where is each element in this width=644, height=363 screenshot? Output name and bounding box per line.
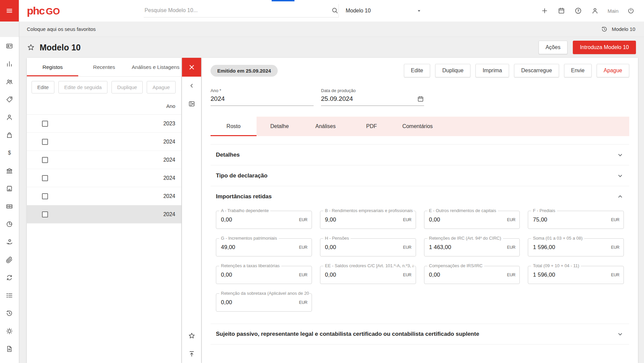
sidebar-item-store[interactable]	[0, 179, 19, 197]
tab-rosto[interactable]: Rosto	[211, 117, 257, 136]
amount-field[interactable]: G - Incrementos patrimoniais 49,00 EUR	[216, 238, 312, 256]
sidebar-item-documents[interactable]	[0, 340, 19, 358]
sidebar-item-sales[interactable]	[0, 144, 19, 162]
table-row[interactable]: 2024	[27, 169, 181, 187]
collapse-left-button[interactable]	[182, 77, 201, 95]
detail-envie-button[interactable]: Envie	[564, 64, 592, 77]
accordion-sections: Detalhes Tipo de declaração Importâncias…	[211, 144, 629, 345]
table-row[interactable]: 2023	[27, 115, 181, 133]
detail-edite-button[interactable]: Edite	[404, 64, 430, 77]
detail-imprima-button[interactable]: Imprima	[475, 64, 509, 77]
logo-go: GO	[46, 6, 60, 17]
table-row[interactable]: 2024	[27, 187, 181, 205]
sidebar-item-attachments[interactable]	[0, 251, 19, 269]
detail-duplique-button[interactable]: Duplique	[435, 64, 470, 77]
row-checkbox[interactable]	[42, 211, 48, 217]
tab-recentes[interactable]: Recentes	[78, 58, 130, 76]
status-badge: Emitido em 25.09.2024	[211, 65, 278, 77]
document-icon	[6, 345, 13, 353]
data-producao-field[interactable]: Data de produção 25.09.2024	[321, 88, 424, 106]
date-picker-calendar-icon[interactable]	[417, 95, 424, 103]
edite-button[interactable]: Edite	[32, 81, 54, 93]
table-row[interactable]: 2024	[27, 151, 181, 169]
amount-field[interactable]: EE - Saldos credores C/C [Art. 101.º-A, …	[320, 266, 416, 284]
tab-detalhe[interactable]: Detalhe	[257, 117, 303, 136]
amount-field[interactable]: A - Trabalho dependente 0,00 EUR	[216, 211, 312, 229]
global-search[interactable]	[144, 4, 338, 17]
amount-field-value: 1 596,00	[533, 244, 555, 251]
acoes-button[interactable]: Ações	[539, 41, 567, 54]
module-select[interactable]: Modelo 10	[338, 4, 422, 17]
hamburger-menu-button[interactable]	[0, 0, 19, 22]
row-checkbox[interactable]	[42, 139, 48, 145]
section-detalhes[interactable]: Detalhes	[211, 144, 629, 165]
section-importancias-retidas[interactable]: Importâncias retidas	[211, 186, 629, 207]
close-panel-button[interactable]	[182, 58, 201, 77]
sidebar-item-team[interactable]	[0, 73, 19, 90]
row-checkbox[interactable]	[42, 193, 48, 199]
logout-button[interactable]	[627, 6, 635, 15]
amount-field[interactable]: Retenções a taxas liberatórias 0,00 EUR	[216, 266, 312, 284]
amount-field[interactable]: H - Pensões 0,00 EUR	[320, 238, 416, 256]
section-sujeito-passivo[interactable]: Sujeito passivo, representante legal e c…	[211, 324, 629, 345]
sidebar-item-reports[interactable]	[0, 215, 19, 233]
sidebar-item-lists[interactable]	[0, 286, 19, 304]
scroll-top-button[interactable]	[182, 345, 201, 363]
sidebar-item-analytics[interactable]	[0, 55, 19, 73]
table-row-selected[interactable]: 2024	[27, 205, 181, 224]
tab-pdf[interactable]: PDF	[349, 117, 395, 136]
detail-descarregue-button[interactable]: Descarregue	[514, 64, 559, 77]
calendar-button[interactable]	[557, 6, 566, 15]
rail-favorite-button[interactable]	[182, 327, 201, 345]
sidebar-item-purchases[interactable]	[0, 126, 19, 144]
add-button[interactable]	[540, 6, 549, 15]
amount-field[interactable]: Retenções de IRC (Art. 94º do CIRC) 1 46…	[424, 238, 520, 256]
apague-button[interactable]: Apague	[147, 81, 176, 93]
sidebar-item-treasury[interactable]	[0, 197, 19, 215]
expand-panel-button[interactable]	[182, 95, 201, 113]
sidebar-item-clients[interactable]	[0, 108, 19, 126]
ano-field[interactable]: Ano * 2024	[211, 88, 314, 106]
favorites-hint: Coloque aqui os seus favoritos	[27, 26, 96, 32]
sidebar-item-contacts[interactable]	[0, 37, 19, 55]
sidebar-item-history[interactable]	[0, 304, 19, 322]
row-checkbox[interactable]	[42, 157, 48, 163]
section-importancias-title: Importâncias retidas	[216, 193, 272, 200]
amount-field[interactable]: Retenção da sobretaxa (Aplicável anos de…	[216, 293, 312, 312]
search-icon[interactable]	[331, 7, 338, 14]
sidebar-item-settings[interactable]	[0, 322, 19, 340]
tab-analises[interactable]: Análises	[303, 117, 349, 136]
sidebar-item-payments[interactable]	[0, 233, 19, 251]
sidebar-item-sync[interactable]	[0, 269, 19, 286]
amount-field[interactable]: Compensações de IRS/IRC 0,00 EUR	[424, 266, 520, 284]
favorite-star-icon[interactable]	[27, 43, 35, 51]
account-button[interactable]	[591, 6, 599, 15]
sidebar-item-tags[interactable]	[0, 90, 19, 108]
edite-de-seguida-button[interactable]: Edite de seguida	[58, 81, 107, 93]
table-row[interactable]: 2024	[27, 133, 181, 151]
section-tipo-declaracao[interactable]: Tipo de declaração	[211, 165, 629, 186]
currency-suffix: EUR	[507, 217, 515, 222]
row-checkbox[interactable]	[42, 121, 48, 127]
amount-field[interactable]: F - Prediais 75,00 EUR	[528, 211, 624, 229]
sidebar-item-bank[interactable]	[0, 162, 19, 179]
amount-field[interactable]: Soma (01 a 03 + 05 a 08) 1 596,00 EUR	[528, 238, 624, 256]
phc-go-logo[interactable]: phc GO	[27, 5, 60, 17]
paperclip-icon	[6, 256, 13, 264]
amount-field[interactable]: B - Rendimentos empresariais e profissio…	[320, 211, 416, 229]
amount-field-label: H - Pensões	[323, 236, 351, 241]
duplique-button[interactable]: Duplique	[111, 81, 143, 93]
tab-registos[interactable]: Registos	[27, 58, 78, 76]
row-checkbox[interactable]	[42, 175, 48, 181]
introduza-modelo-10-button[interactable]: Introduza Modelo 10	[573, 41, 636, 54]
tab-analises-listagens[interactable]: Análises e Listagens	[130, 58, 181, 76]
search-input[interactable]	[144, 7, 331, 14]
help-button[interactable]	[574, 6, 583, 15]
amount-field[interactable]: Total (09 + 10 + 04 - 11) 1 596,00 EUR	[528, 266, 624, 284]
recent-item[interactable]: Modelo 10	[601, 26, 635, 33]
tab-comentarios[interactable]: Comentários	[395, 117, 441, 136]
detail-apague-button[interactable]: Apague	[597, 64, 629, 77]
column-header-ano[interactable]: Ano	[27, 98, 181, 115]
currency-suffix: EUR	[299, 245, 307, 250]
amount-field[interactable]: E - Outros rendimentos de capitais 0,00 …	[424, 211, 520, 229]
